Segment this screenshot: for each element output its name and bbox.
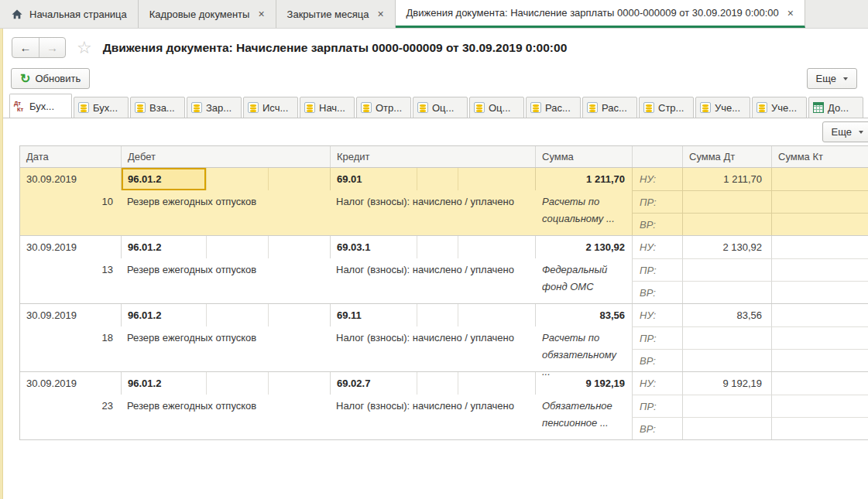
tax-nu-label[interactable]: НУ: bbox=[632, 168, 682, 190]
date-cell[interactable]: 30.09.2019 bbox=[20, 168, 121, 190]
debit-subcell[interactable] bbox=[206, 372, 268, 395]
amount-cell[interactable]: 1 211,70 bbox=[535, 168, 632, 190]
favorite-star-icon[interactable]: ☆ bbox=[77, 39, 92, 56]
amount-subconto-cell[interactable]: Федеральный фонд ОМС bbox=[535, 258, 632, 303]
credit-subcell[interactable] bbox=[458, 372, 535, 395]
column-header-date[interactable]: Дата bbox=[20, 146, 121, 167]
tax-vr-label[interactable]: ВР: bbox=[632, 281, 682, 303]
sum-dt-pr-cell[interactable] bbox=[682, 190, 771, 213]
credit-subcell[interactable] bbox=[417, 168, 458, 190]
register-tab[interactable]: Рас... bbox=[582, 97, 637, 118]
tax-vr-label[interactable]: ВР: bbox=[632, 417, 682, 439]
sum-dt-nu-cell[interactable]: 1 211,70 bbox=[682, 168, 771, 190]
sum-kt-pr-cell[interactable] bbox=[771, 190, 868, 213]
credit-subconto-cell[interactable]: Налог (взносы): начислено / уплачено bbox=[330, 258, 535, 281]
debit-subconto-cell[interactable]: Резерв ежегодных отпусков bbox=[121, 190, 330, 213]
register-tab[interactable]: Бух... bbox=[74, 97, 129, 118]
credit-subcell[interactable] bbox=[458, 304, 535, 326]
column-header-amount-kt[interactable]: Сумма Кт bbox=[771, 146, 868, 167]
credit-account-cell[interactable]: 69.02.7 bbox=[330, 372, 417, 395]
sum-dt-pr-cell[interactable] bbox=[682, 326, 771, 349]
date-cell[interactable]: 30.09.2019 bbox=[20, 236, 121, 258]
sum-dt-vr-cell[interactable] bbox=[682, 349, 771, 371]
tax-vr-label[interactable]: ВР: bbox=[632, 349, 682, 371]
debit-subcell[interactable] bbox=[206, 168, 268, 190]
credit-subconto-cell[interactable]: Налог (взносы): начислено / уплачено bbox=[330, 190, 535, 213]
amount-subconto-cell[interactable]: Обязательное пенсионное ... bbox=[535, 395, 632, 439]
debit-subcell[interactable] bbox=[206, 236, 268, 258]
sum-kt-vr-cell[interactable] bbox=[771, 417, 868, 439]
credit-account-cell[interactable]: 69.11 bbox=[330, 304, 417, 326]
column-header-credit[interactable]: Кредит bbox=[330, 146, 535, 167]
debit-account-cell[interactable]: 96.01.2 bbox=[121, 372, 206, 395]
register-tab[interactable]: Рас... bbox=[526, 97, 581, 118]
line-number-cell[interactable]: 13 bbox=[20, 258, 121, 281]
register-tab[interactable]: Зар... bbox=[187, 97, 242, 118]
sum-kt-vr-cell[interactable] bbox=[771, 349, 868, 371]
debit-account-cell[interactable]: 96.01.2 bbox=[121, 168, 206, 190]
column-header-tax[interactable] bbox=[632, 146, 682, 167]
credit-subcell[interactable] bbox=[417, 372, 458, 395]
debit-account-cell[interactable]: 96.01.2 bbox=[121, 236, 206, 258]
amount-cell[interactable]: 2 130,92 bbox=[535, 236, 632, 258]
register-tab[interactable]: Уче... bbox=[752, 97, 807, 118]
sum-kt-nu-cell[interactable] bbox=[771, 236, 868, 258]
sum-kt-nu-cell[interactable] bbox=[771, 304, 868, 326]
window-tab[interactable]: Начальная страница bbox=[0, 0, 139, 28]
forward-button[interactable]: → bbox=[39, 38, 65, 57]
more-button-top[interactable]: Еще bbox=[807, 68, 857, 89]
tax-pr-label[interactable]: ПР: bbox=[632, 190, 682, 213]
window-tab[interactable]: Движения документа: Начисление зарплаты … bbox=[396, 0, 805, 28]
amount-cell[interactable]: 83,56 bbox=[535, 304, 632, 326]
debit-subcell[interactable] bbox=[206, 304, 268, 326]
line-number-cell[interactable]: 10 bbox=[20, 190, 121, 213]
sum-dt-vr-cell[interactable] bbox=[682, 213, 771, 235]
date-cell[interactable]: 30.09.2019 bbox=[20, 304, 121, 326]
credit-subconto-cell[interactable]: Налог (взносы): начислено / уплачено bbox=[330, 395, 535, 417]
register-tab[interactable]: Бух... bbox=[9, 94, 72, 118]
column-header-amount-dt[interactable]: Сумма Дт bbox=[682, 146, 771, 167]
debit-subcell[interactable] bbox=[268, 168, 330, 190]
back-button[interactable]: ← bbox=[12, 38, 39, 57]
window-tab[interactable]: Закрытие месяца × bbox=[276, 0, 396, 28]
register-tab[interactable]: Оц... bbox=[469, 97, 524, 118]
debit-account-cell[interactable]: 96.01.2 bbox=[121, 304, 206, 326]
sum-kt-nu-cell[interactable] bbox=[771, 168, 868, 190]
tab-close-icon[interactable]: × bbox=[787, 7, 794, 19]
date-cell[interactable]: 30.09.2019 bbox=[20, 372, 121, 395]
sum-dt-nu-cell[interactable]: 9 192,19 bbox=[682, 372, 771, 395]
tax-vr-label[interactable]: ВР: bbox=[632, 213, 682, 235]
debit-subcell[interactable] bbox=[268, 236, 330, 258]
sum-dt-vr-cell[interactable] bbox=[682, 417, 771, 439]
credit-subconto-cell[interactable]: Налог (взносы): начислено / уплачено bbox=[330, 326, 535, 349]
tab-close-icon[interactable]: × bbox=[377, 8, 383, 20]
amount-subconto-cell[interactable]: Расчеты по социальному ... bbox=[535, 190, 632, 235]
amount-subconto-cell[interactable]: Расчеты по обязательному ... bbox=[535, 326, 632, 371]
credit-subcell[interactable] bbox=[417, 236, 458, 258]
line-number-cell[interactable]: 23 bbox=[20, 395, 121, 417]
more-button-table[interactable]: Еще bbox=[822, 121, 868, 142]
sum-dt-pr-cell[interactable] bbox=[682, 395, 771, 417]
sum-dt-nu-cell[interactable]: 83,56 bbox=[682, 304, 771, 326]
sum-kt-pr-cell[interactable] bbox=[771, 326, 868, 349]
tax-pr-label[interactable]: ПР: bbox=[632, 395, 682, 417]
sum-kt-vr-cell[interactable] bbox=[771, 213, 868, 235]
tax-pr-label[interactable]: ПР: bbox=[632, 326, 682, 349]
register-tab[interactable]: Отр... bbox=[356, 97, 411, 118]
credit-account-cell[interactable]: 69.01 bbox=[330, 168, 417, 190]
sum-dt-pr-cell[interactable] bbox=[682, 258, 771, 281]
debit-subcell[interactable] bbox=[268, 372, 330, 395]
credit-subcell[interactable] bbox=[458, 168, 535, 190]
amount-cell[interactable]: 9 192,19 bbox=[535, 372, 632, 395]
refresh-button[interactable]: ↻ Обновить bbox=[11, 68, 90, 89]
register-tab[interactable]: Исч... bbox=[243, 97, 298, 118]
register-tab[interactable]: Оц... bbox=[413, 97, 468, 118]
column-header-amount[interactable]: Сумма bbox=[535, 146, 632, 167]
debit-subconto-cell[interactable]: Резерв ежегодных отпусков bbox=[121, 395, 330, 417]
line-number-cell[interactable]: 18 bbox=[20, 326, 121, 349]
column-header-debit[interactable]: Дебет bbox=[121, 146, 330, 167]
tax-pr-label[interactable]: ПР: bbox=[632, 258, 682, 281]
debit-subconto-cell[interactable]: Резерв ежегодных отпусков bbox=[121, 258, 330, 281]
debit-subcell[interactable] bbox=[268, 304, 330, 326]
sum-dt-vr-cell[interactable] bbox=[682, 281, 771, 303]
